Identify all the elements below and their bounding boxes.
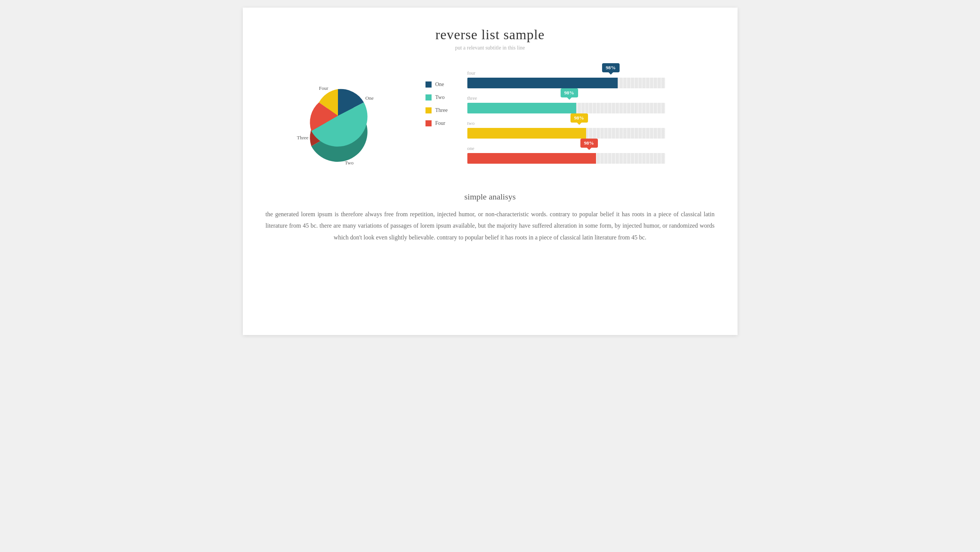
- bar-chart: four98%three98%two98%one98%: [467, 70, 715, 164]
- legend-label-three: Three: [435, 107, 448, 113]
- bar-track-three: 98%: [467, 103, 665, 113]
- page-container: reverse list sample put a relevant subti…: [243, 8, 738, 335]
- legend-item-one: One: [425, 81, 456, 88]
- bar-track-four: 98%: [467, 78, 665, 88]
- bar-row-four: four98%: [467, 70, 715, 88]
- bar-track-two: 98%: [467, 128, 665, 139]
- bar-label-three: three: [467, 95, 715, 101]
- legend-color-four: [425, 120, 432, 126]
- charts-section: One Two Three Four One Two: [266, 70, 715, 169]
- legend-label-four: Four: [435, 120, 445, 126]
- bar-fill-two: 98%: [467, 128, 586, 139]
- svg-text:Three: Three: [297, 135, 309, 140]
- bar-row-two: two98%: [467, 120, 715, 139]
- legend-color-one: [425, 81, 432, 88]
- legend-item-two: Two: [425, 94, 456, 101]
- legend-and-bars: One Two Three Four: [425, 70, 715, 164]
- bar-fill-three: 98%: [467, 103, 576, 113]
- bar-tooltip-three: 98%: [561, 88, 578, 97]
- header: reverse list sample put a relevant subti…: [266, 27, 715, 51]
- analysis-text: the generated lorem ipsum is therefore a…: [266, 209, 715, 243]
- bar-fill-four: 98%: [467, 78, 618, 88]
- svg-text:Two: Two: [345, 160, 354, 166]
- bar-label-two: two: [467, 120, 715, 126]
- right-section: One Two Three Four: [425, 70, 715, 164]
- legend-label-one: One: [435, 81, 444, 88]
- pie-chart: One Two Three Four: [281, 70, 395, 169]
- bar-tooltip-one: 98%: [580, 139, 598, 148]
- svg-text:Four: Four: [319, 85, 328, 91]
- svg-text:One: One: [365, 95, 374, 101]
- analysis-title: simple analisys: [266, 192, 715, 202]
- bar-row-three: three98%: [467, 95, 715, 113]
- bar-track-one: 98%: [467, 153, 665, 164]
- bar-label-four: four: [467, 70, 715, 76]
- legend-color-two: [425, 94, 432, 101]
- page-subtitle: put a relevant subtitle in this line: [266, 45, 715, 51]
- bar-fill-one: 98%: [467, 153, 596, 164]
- bar-row-one: one98%: [467, 145, 715, 164]
- page-title: reverse list sample: [266, 27, 715, 43]
- legend-label-two: Two: [435, 94, 445, 101]
- legend-item-four: Four: [425, 120, 456, 126]
- legend-item-three: Three: [425, 107, 456, 113]
- pie-chart-container: One Two Three Four: [266, 70, 410, 169]
- legend-color-three: [425, 107, 432, 113]
- bar-tooltip-two: 98%: [570, 113, 588, 123]
- bar-tooltip-four: 98%: [602, 63, 620, 72]
- analysis-section: simple analisys the generated lorem ipsu…: [266, 192, 715, 243]
- legend: One Two Three Four: [425, 70, 456, 126]
